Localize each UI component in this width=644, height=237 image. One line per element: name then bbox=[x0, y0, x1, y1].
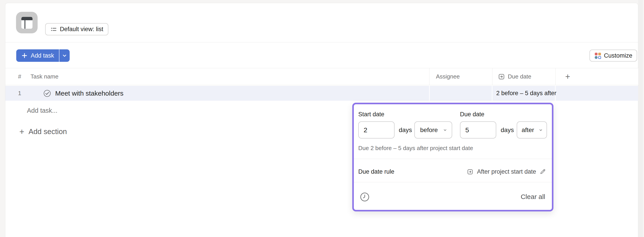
add-section-button[interactable]: + Add section bbox=[19, 126, 67, 137]
column-header-task-name: Task name bbox=[30, 68, 58, 85]
scrollbar-track[interactable] bbox=[638, 0, 643, 237]
add-task-label: Add task bbox=[31, 52, 54, 59]
task-row[interactable]: 1 Meet with stakeholders 2 before – 5 da… bbox=[5, 86, 638, 101]
assignee-cell[interactable] bbox=[430, 86, 492, 101]
column-divider bbox=[556, 68, 556, 85]
clock-icon[interactable] bbox=[360, 192, 370, 202]
plus-icon: + bbox=[19, 127, 24, 136]
project-icon[interactable] bbox=[16, 12, 38, 33]
default-view-label: Default view: list bbox=[60, 26, 103, 33]
calendar-arrow-icon bbox=[467, 168, 474, 175]
rule-value-text: After project start date bbox=[477, 168, 536, 175]
chevron-down-icon bbox=[538, 127, 544, 133]
check-circle-icon[interactable] bbox=[43, 86, 51, 101]
start-direction-dropdown[interactable]: before bbox=[414, 121, 452, 139]
add-task-split-button: Add task bbox=[16, 49, 70, 62]
column-header-due-date[interactable]: Due date bbox=[498, 68, 532, 85]
due-direction-dropdown[interactable]: after bbox=[517, 121, 547, 139]
cell-divider bbox=[492, 86, 492, 101]
due-rule-summary: Due 2 before – 5 days after project star… bbox=[358, 145, 473, 152]
due-days-unit: days bbox=[501, 121, 514, 139]
due-date-header-label: Due date bbox=[508, 73, 532, 80]
due-days-input[interactable] bbox=[460, 121, 496, 139]
divider bbox=[354, 159, 552, 159]
task-title[interactable]: Meet with stakeholders bbox=[55, 86, 124, 101]
start-direction-value: before bbox=[420, 127, 438, 134]
list-icon bbox=[50, 26, 57, 33]
board-icon bbox=[21, 17, 32, 29]
due-direction-value: after bbox=[522, 127, 534, 134]
color-grid-icon bbox=[594, 52, 602, 59]
header-divider bbox=[5, 42, 638, 42]
due-date-label: Due date bbox=[460, 111, 484, 118]
chevron-down-icon bbox=[442, 127, 448, 133]
table-header-row: # Task name Assignee Due date + bbox=[5, 68, 638, 85]
due-date-rule-value[interactable]: After project start date bbox=[467, 166, 546, 177]
add-task-inline[interactable]: Add task... bbox=[27, 104, 58, 117]
calendar-arrow-icon bbox=[498, 73, 505, 80]
due-date-rule-popup: Start date days before Due date days aft… bbox=[352, 103, 554, 212]
due-date-rule-label: Due date rule bbox=[358, 168, 394, 175]
column-divider bbox=[492, 68, 492, 85]
customize-label: Customize bbox=[604, 52, 632, 59]
start-days-input[interactable] bbox=[358, 121, 394, 139]
start-date-label: Start date bbox=[358, 111, 384, 118]
chevron-down-icon bbox=[62, 52, 68, 59]
add-column-button[interactable]: + bbox=[565, 68, 570, 85]
due-date-cell[interactable]: 2 before – 5 days after bbox=[496, 86, 556, 101]
task-row-number: 1 bbox=[18, 86, 21, 101]
clear-all-button[interactable]: Clear all bbox=[521, 193, 545, 201]
add-task-button[interactable]: Add task bbox=[16, 49, 59, 62]
column-header-assignee[interactable]: Assignee bbox=[436, 68, 460, 85]
divider bbox=[354, 182, 552, 182]
default-view-button[interactable]: Default view: list bbox=[45, 23, 108, 35]
customize-button[interactable]: Customize bbox=[590, 50, 637, 62]
column-divider bbox=[429, 68, 430, 85]
column-header-number: # bbox=[18, 68, 21, 85]
plus-icon bbox=[21, 52, 28, 59]
start-days-unit: days bbox=[399, 121, 412, 139]
add-section-label: Add section bbox=[28, 127, 67, 136]
pencil-icon[interactable] bbox=[540, 168, 546, 175]
add-task-menu-button[interactable] bbox=[60, 49, 70, 62]
